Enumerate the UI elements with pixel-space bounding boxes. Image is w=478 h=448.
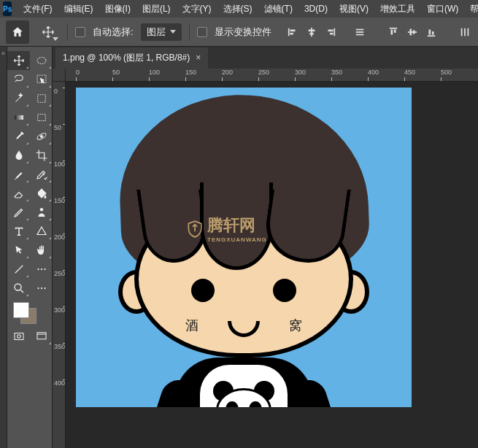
watermark-subtext: TENGXUANWANG [207, 236, 267, 243]
eyedropper-icon [12, 130, 26, 143]
svg-rect-1 [290, 29, 296, 31]
svg-rect-27 [15, 115, 23, 120]
line-tool[interactable] [7, 260, 30, 279]
menu-filter[interactable]: 滤镜(T) [258, 1, 298, 18]
move-tool[interactable] [7, 51, 30, 70]
quick-mask-icon [12, 330, 26, 343]
edit-toolbar[interactable] [30, 279, 53, 298]
color-swatches[interactable] [7, 298, 52, 327]
menu-edit[interactable]: 编辑(E) [58, 1, 99, 18]
slice-tool[interactable] [30, 108, 53, 127]
eraser-tool[interactable] [7, 184, 30, 203]
menu-layer[interactable]: 图层(L) [136, 1, 177, 18]
document-canvas[interactable]: 酒 窝 腾轩网 TENGXUANWANG [76, 88, 412, 407]
tools-panel [7, 47, 53, 448]
hand-tool[interactable] [30, 241, 53, 260]
svg-rect-16 [410, 28, 412, 35]
tab-close-button[interactable]: × [196, 53, 201, 63]
align-vcenter-button[interactable] [405, 25, 420, 39]
panel-collapse-handle[interactable]: « [0, 47, 7, 448]
eyedropper-tool[interactable] [7, 127, 30, 146]
crop-tool[interactable] [7, 108, 30, 127]
svg-rect-11 [356, 34, 364, 35]
foreground-color-swatch[interactable] [13, 302, 29, 318]
svg-point-35 [15, 284, 21, 290]
svg-point-33 [40, 269, 42, 270]
frame-tool[interactable] [30, 89, 53, 108]
person-tool[interactable] [30, 203, 53, 222]
brush-tool[interactable] [7, 146, 30, 165]
dropdown-value: 图层 [147, 26, 166, 39]
horizontal-ruler[interactable]: 050100150200250300350400450500 [66, 69, 478, 82]
show-transform-label: 显示变换控件 [215, 26, 271, 39]
watermark: 腾轩网 TENGXUANWANG [185, 215, 267, 243]
path-select-tool[interactable] [7, 241, 30, 260]
spot-heal-tool[interactable] [30, 127, 53, 146]
show-transform-checkbox[interactable] [197, 27, 207, 37]
ruler-corner[interactable] [53, 69, 66, 82]
app-logo[interactable]: Ps [3, 1, 12, 16]
move-arrows-icon [12, 54, 26, 67]
ruler-tick: 400 [54, 379, 65, 387]
svg-rect-10 [356, 31, 364, 33]
more-tools[interactable] [30, 260, 53, 279]
align-top-button[interactable] [386, 25, 401, 39]
screen-mode-toggle[interactable] [30, 327, 53, 346]
svg-rect-41 [37, 333, 46, 339]
line-icon [12, 263, 26, 276]
align-bottom-button[interactable] [424, 25, 439, 39]
zoom-tool[interactable] [7, 279, 30, 298]
svg-point-31 [39, 208, 43, 212]
vertical-ruler[interactable]: 050100150200250300350400 [53, 82, 66, 448]
auto-select-checkbox[interactable] [75, 27, 85, 37]
document-tab-bar: 1.png @ 100% (图层 1, RGB/8#) × [53, 47, 478, 69]
home-icon [11, 26, 24, 39]
paintbrush-tool[interactable] [7, 165, 30, 184]
quick-mask-toggle[interactable] [7, 327, 30, 346]
menu-image[interactable]: 图像(I) [99, 1, 136, 18]
align-justify-button[interactable] [352, 25, 367, 39]
clone-stamp-tool[interactable] [30, 146, 53, 165]
ruler-tick: 200 [54, 233, 65, 241]
menu-help[interactable]: 帮助(H) [464, 1, 478, 18]
divider [67, 23, 68, 41]
svg-rect-2 [290, 32, 293, 34]
menu-3d[interactable]: 3D(D) [298, 1, 334, 16]
marquee-tool[interactable] [30, 51, 53, 70]
shape-tool[interactable] [30, 222, 53, 241]
history-brush-tool[interactable] [30, 165, 53, 184]
menu-select[interactable]: 选择(S) [217, 1, 258, 18]
align-hcenter-button[interactable] [304, 25, 319, 39]
screen-mode-icon [35, 330, 48, 343]
svg-rect-26 [37, 95, 45, 103]
menu-plugins[interactable]: 增效工具 [374, 1, 421, 18]
frame-icon [35, 92, 48, 105]
home-button[interactable] [6, 20, 29, 44]
object-select-icon [35, 73, 48, 86]
type-tool[interactable] [7, 222, 30, 241]
svg-rect-9 [356, 28, 364, 30]
document-tab[interactable]: 1.png @ 100% (图层 1, RGB/8#) × [55, 47, 208, 69]
menu-type[interactable]: 文字(Y) [177, 1, 217, 18]
magic-wand-tool[interactable] [7, 89, 30, 108]
svg-rect-6 [334, 28, 335, 36]
object-select-tool[interactable] [30, 70, 53, 89]
menu-view[interactable]: 视图(V) [334, 1, 374, 18]
eraser-icon [12, 187, 26, 200]
ruler-tick: 50 [112, 69, 120, 76]
align-vcenter-icon [407, 27, 417, 37]
menu-window[interactable]: 窗口(W) [421, 1, 464, 18]
layer-target-dropdown[interactable]: 图层 [141, 23, 182, 41]
move-tool-indicator[interactable] [36, 20, 60, 44]
divider [189, 23, 190, 41]
align-right-button[interactable] [323, 25, 338, 39]
lasso-tool[interactable] [7, 70, 30, 89]
paint-bucket-tool[interactable] [30, 184, 53, 203]
pencil-icon [12, 206, 26, 219]
distribute-button[interactable] [458, 25, 472, 39]
align-left-button[interactable] [285, 25, 300, 39]
bucket-icon [35, 187, 48, 200]
svg-point-38 [44, 287, 45, 289]
menu-file[interactable]: 文件(F) [18, 1, 58, 18]
pen-tool[interactable] [7, 203, 30, 222]
